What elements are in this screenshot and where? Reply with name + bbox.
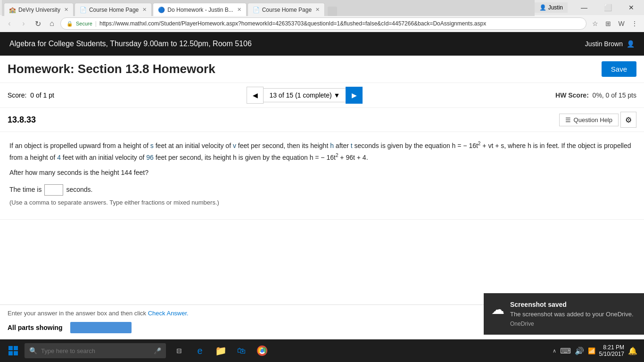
- answer-input[interactable]: [44, 184, 63, 196]
- tab4-close[interactable]: ✕: [315, 7, 320, 13]
- browser-ext1[interactable]: ⊞: [603, 18, 614, 29]
- maximize-button[interactable]: ⬜: [597, 0, 619, 15]
- user-avatar-icon: 👤: [627, 40, 635, 48]
- taskbar-edge[interactable]: e: [190, 341, 209, 360]
- taskbar-task-view[interactable]: ⊟: [170, 341, 189, 360]
- course-title: Algebra for College Students, Thursday 9…: [9, 40, 252, 48]
- clock-time: 8:21 PM: [599, 344, 624, 351]
- bookmark-button[interactable]: ☆: [589, 18, 601, 29]
- svg-rect-2: [8, 351, 13, 355]
- tab1-close[interactable]: ✕: [64, 7, 68, 13]
- taskbar-search-input[interactable]: [41, 347, 150, 354]
- tab3-close[interactable]: ✕: [237, 7, 241, 13]
- taskbar-volume-icon[interactable]: 🔊: [575, 346, 584, 355]
- system-tray-up-icon[interactable]: ∧: [553, 348, 556, 354]
- question-header-row: 13.8.33 ☰ Question Help ⚙: [0, 108, 644, 132]
- hw-score-label: HW Score:: [555, 91, 589, 99]
- browser-icons: ☆ ⊞ W ⋮: [589, 18, 640, 29]
- start-button[interactable]: [2, 339, 25, 362]
- score-label-text: Score:: [8, 91, 26, 99]
- taskbar-apps: ⊟ e 📁 🛍: [170, 341, 272, 360]
- toast-source: OneDrive: [510, 321, 634, 327]
- answer-line: The time is seconds.: [9, 184, 635, 196]
- window-controls: 👤 Justin — ⬜ ✕: [535, 0, 642, 15]
- tab4-favicon: 📄: [253, 7, 259, 13]
- notification-button[interactable]: 🔔: [628, 346, 637, 355]
- parts-indicator: [70, 322, 132, 333]
- user-area: Justin Brown 👤: [585, 40, 635, 48]
- homework-title: Homework: Section 13.8 Homework: [8, 62, 215, 76]
- app-header: Algebra for College Students, Thursday 9…: [0, 32, 644, 56]
- reload-button[interactable]: ↻: [32, 18, 43, 29]
- profile-btn[interactable]: 👤 Justin: [535, 2, 568, 13]
- tab4-label: Course Home Page: [262, 7, 312, 13]
- secure-icon: 🔒: [66, 21, 73, 27]
- score-label: Score: 0 of 1 pt: [8, 91, 54, 99]
- settings-icon: ⚙: [625, 115, 632, 124]
- hint-text: (Use a comma to separate answers. Type e…: [9, 197, 635, 208]
- next-question-button[interactable]: ▶: [346, 87, 363, 104]
- question-body: If an object is propelled upward from a …: [0, 132, 644, 220]
- taskbar: 🔍 🎤 ⊟ e 📁 🛍 ∧ ⌨ 🔊 📶: [0, 339, 644, 362]
- taskbar-time[interactable]: 8:21 PM 5/10/2017: [599, 344, 624, 357]
- question-help-icon: ☰: [565, 116, 571, 123]
- taskbar-file-explorer[interactable]: 📁: [211, 341, 230, 360]
- progress-dropdown[interactable]: 13 of 15 (1 complete) ▼: [264, 88, 346, 102]
- progress-text: 13 of 15 (1 complete): [269, 91, 331, 99]
- profile-name: Justin: [548, 4, 563, 11]
- hw-score-value: 0%, 0 of 15 pts: [593, 91, 636, 99]
- browser-ext2[interactable]: W: [616, 18, 627, 29]
- question-paragraph1: If an object is propelled upward from a …: [9, 140, 635, 164]
- mic-icon: 🎤: [154, 347, 161, 354]
- file-explorer-icon: 📁: [215, 345, 227, 356]
- save-button[interactable]: Save: [602, 61, 636, 77]
- tab2-label: Course Home Page: [89, 7, 139, 13]
- tab2-close[interactable]: ✕: [142, 7, 147, 13]
- taskbar-network-icon[interactable]: 📶: [588, 347, 595, 354]
- browser-menu[interactable]: ⋮: [629, 18, 640, 29]
- address-bar: ‹ › ↻ ⌂ 🔒 Secure | https://www.mathxl.co…: [0, 15, 644, 32]
- prev-question-button[interactable]: ◀: [247, 87, 264, 104]
- check-answer-link[interactable]: Check Answer.: [148, 310, 189, 317]
- question-help-label: Question Help: [574, 116, 612, 123]
- question-settings-button[interactable]: ⚙: [620, 112, 636, 128]
- windows-logo-icon: [8, 346, 18, 355]
- browser-tab-4[interactable]: 📄 Course Home Page ✕: [248, 3, 325, 16]
- svg-rect-0: [8, 346, 13, 350]
- store-icon: 🛍: [237, 346, 246, 356]
- browser-tab-3[interactable]: 🔵 Do Homework - Justin B... ✕: [153, 3, 246, 16]
- score-nav-row: Score: 0 of 1 pt ◀ 13 of 15 (1 complete)…: [0, 83, 644, 108]
- back-button[interactable]: ‹: [4, 18, 15, 29]
- profile-icon: 👤: [539, 4, 546, 11]
- question-help-button[interactable]: ☰ Question Help: [559, 114, 619, 126]
- onedrive-icon: ☁: [491, 302, 504, 317]
- toast-title: Screenshot saved: [510, 301, 634, 308]
- user-name: Justin Brown: [585, 40, 623, 48]
- question-paragraph2: After how many seconds is the height 144…: [9, 167, 635, 179]
- answer-prefix: The time is: [9, 184, 41, 196]
- taskbar-store[interactable]: 🛍: [232, 341, 251, 360]
- homework-header: Homework: Section 13.8 Homework Save: [0, 56, 644, 83]
- notification-icon: 🔔: [628, 346, 637, 355]
- clock-date: 5/10/2017: [599, 351, 624, 357]
- tab3-favicon: 🔵: [158, 7, 165, 13]
- taskbar-keyboard-icon: ⌨: [560, 346, 571, 355]
- forward-button[interactable]: ›: [18, 18, 29, 29]
- toast-content: Screenshot saved The screenshot was adde…: [510, 301, 634, 327]
- browser-tab-2[interactable]: 📄 Course Home Page ✕: [74, 3, 152, 16]
- tab3-label: Do Homework - Justin B...: [167, 7, 233, 13]
- task-view-icon: ⊟: [176, 347, 182, 354]
- url-box[interactable]: 🔒 Secure | https://www.mathxl.com/Studen…: [60, 17, 586, 30]
- home-button[interactable]: ⌂: [46, 18, 58, 29]
- secure-label: Secure: [76, 21, 92, 26]
- minimize-button[interactable]: —: [573, 0, 595, 15]
- score-value: 0 of 1 pt: [30, 91, 54, 99]
- taskbar-right: ∧ ⌨ 🔊 📶 8:21 PM 5/10/2017 🔔: [553, 344, 642, 357]
- parts-label: All parts showing: [8, 324, 63, 331]
- taskbar-search[interactable]: 🔍 🎤: [25, 343, 166, 358]
- browser-tab-1[interactable]: 🏫 DeVry University ✕: [4, 3, 74, 16]
- taskbar-chrome[interactable]: [253, 341, 272, 360]
- close-button[interactable]: ✕: [620, 0, 642, 15]
- url-separator: |: [95, 20, 97, 27]
- tab1-label: DeVry University: [18, 7, 60, 13]
